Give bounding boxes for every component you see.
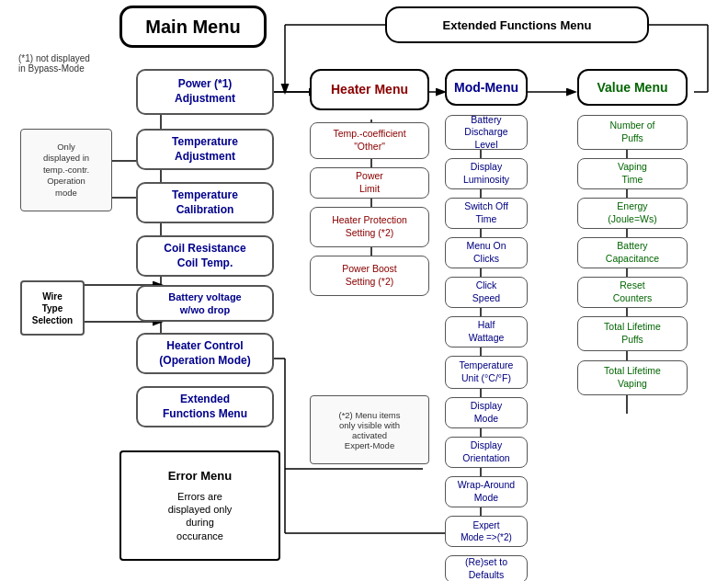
expert-mode-item: ExpertMode =>(*2) xyxy=(445,516,528,547)
display-orientation: DisplayOrientation xyxy=(445,437,528,468)
power-adjustment: Power (*1)Adjustment xyxy=(136,69,274,115)
diagram: Main Menu Extended Functions Menu (*1) n… xyxy=(0,0,728,581)
half-wattage: HalfWattage xyxy=(445,316,528,347)
battery-discharge-level: Battery DischargeLevel xyxy=(445,115,528,150)
temperature-calibration: TemperatureCalibration xyxy=(136,182,274,223)
display-mode: DisplayMode xyxy=(445,397,528,428)
display-luminosity: DisplayLuminosity xyxy=(445,158,528,189)
wrap-around-mode: Wrap-AroundMode xyxy=(445,476,528,507)
bypass-mode-note: (*1) not displayedin Bypass-Mode xyxy=(18,53,129,74)
wire-type-selection: WireTypeSelection xyxy=(20,280,85,336)
extended-functions-menu-title: Extended Functions Menu xyxy=(386,7,648,42)
vaping-time: VapingTime xyxy=(577,158,688,189)
total-lifetime-puffs: Total LifetimePuffs xyxy=(577,316,688,351)
error-menu: Error Menu Errors aredisplayed onlydurin… xyxy=(119,450,280,561)
main-menu-title: Main Menu xyxy=(119,6,267,48)
reset-counters: ResetCounters xyxy=(577,277,688,308)
coil-resistance-coil-temp: Coil ResistanceCoil Temp. xyxy=(136,235,274,277)
expert-mode-note: (*2) Menu itemsonly visible withactivate… xyxy=(310,395,429,464)
heater-control: Heater Control(Operation Mode) xyxy=(136,333,274,374)
extended-functions-item: ExtendedFunctions Menu xyxy=(136,386,274,427)
reset-to-defaults: (Re)set toDefaults xyxy=(445,555,528,581)
heater-menu-title: Heater Menu xyxy=(310,69,429,110)
energy: Energy(Joule=Ws) xyxy=(577,198,688,229)
power-limit: PowerLimit xyxy=(310,167,429,199)
switch-off-time: Switch OffTime xyxy=(445,198,528,229)
mod-menu-title: Mod-Menu xyxy=(445,69,528,106)
battery-capacitance: BatteryCapacitance xyxy=(577,237,688,268)
battery-voltage: Battery voltagew/wo drop xyxy=(136,285,274,322)
temp-contr-note: Onlydisplayed intemp.-contr.Operationmod… xyxy=(20,129,112,211)
heater-protection-setting: Heater ProtectionSetting (*2) xyxy=(310,207,429,247)
temp-coefficient: Temp.-coefficient"Other" xyxy=(310,122,429,159)
value-menu-title: Value Menu xyxy=(577,69,688,106)
total-lifetime-vaping: Total LifetimeVaping xyxy=(577,360,688,395)
click-speed: ClickSpeed xyxy=(445,277,528,308)
temperature-adjustment: TemperatureAdjustment xyxy=(136,129,274,170)
number-of-puffs: Number ofPuffs xyxy=(577,115,688,150)
menu-on-clicks: Menu OnClicks xyxy=(445,237,528,268)
temperature-unit: TemperatureUnit (°C/°F) xyxy=(445,356,528,389)
power-boost-setting: Power BoostSetting (*2) xyxy=(310,256,429,296)
